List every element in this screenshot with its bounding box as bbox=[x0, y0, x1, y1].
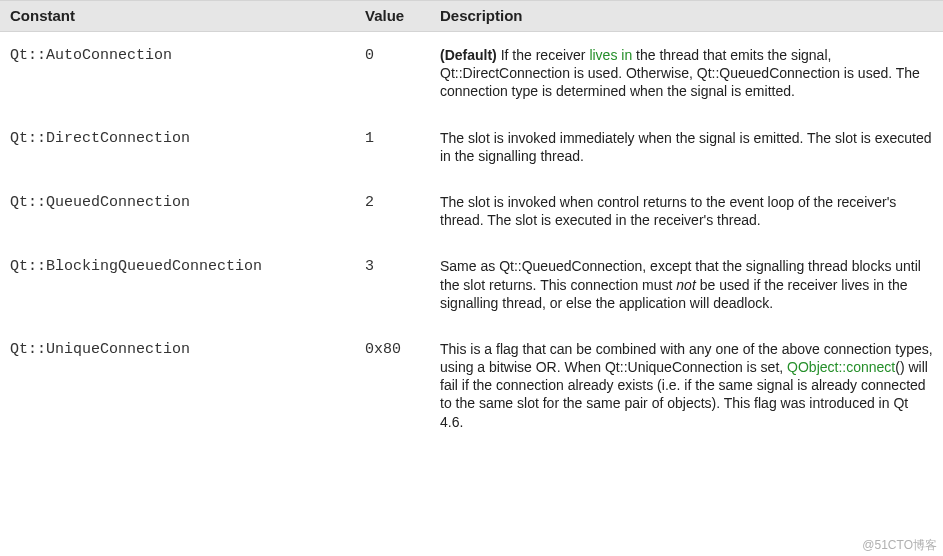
constant-cell: Qt::AutoConnection bbox=[0, 32, 355, 115]
col-header-description: Description bbox=[430, 1, 943, 32]
col-header-constant: Constant bbox=[0, 1, 355, 32]
constant-cell: Qt::QueuedConnection bbox=[0, 179, 355, 243]
emphasis-not: not bbox=[676, 277, 695, 293]
value-cell: 3 bbox=[355, 243, 430, 326]
qobject-connect-link[interactable]: QObject::connect bbox=[787, 359, 895, 375]
description-cell: The slot is invoked when control returns… bbox=[430, 179, 943, 243]
desc-text: If the receiver bbox=[497, 47, 590, 63]
description-cell: This is a flag that can be combined with… bbox=[430, 326, 943, 445]
table-row: Qt::DirectConnection 1 The slot is invok… bbox=[0, 115, 943, 179]
constant-cell: Qt::UniqueConnection bbox=[0, 326, 355, 445]
col-header-value: Value bbox=[355, 1, 430, 32]
table-row: Qt::AutoConnection 0 (Default) If the re… bbox=[0, 32, 943, 115]
watermark: @51CTO博客 bbox=[862, 537, 937, 554]
table-row: Qt::QueuedConnection 2 The slot is invok… bbox=[0, 179, 943, 243]
description-cell: (Default) If the receiver lives in the t… bbox=[430, 32, 943, 115]
table-row: Qt::BlockingQueuedConnection 3 Same as Q… bbox=[0, 243, 943, 326]
default-marker: (Default) bbox=[440, 47, 497, 63]
constant-cell: Qt::BlockingQueuedConnection bbox=[0, 243, 355, 326]
description-cell: Same as Qt::QueuedConnection, except tha… bbox=[430, 243, 943, 326]
value-cell: 2 bbox=[355, 179, 430, 243]
table-row: Qt::UniqueConnection 0x80 This is a flag… bbox=[0, 326, 943, 445]
description-cell: The slot is invoked immediately when the… bbox=[430, 115, 943, 179]
value-cell: 1 bbox=[355, 115, 430, 179]
constant-cell: Qt::DirectConnection bbox=[0, 115, 355, 179]
table-header-row: Constant Value Description bbox=[0, 1, 943, 32]
lives-in-link[interactable]: lives in bbox=[589, 47, 632, 63]
enum-table: Constant Value Description Qt::AutoConne… bbox=[0, 0, 943, 445]
value-cell: 0x80 bbox=[355, 326, 430, 445]
value-cell: 0 bbox=[355, 32, 430, 115]
